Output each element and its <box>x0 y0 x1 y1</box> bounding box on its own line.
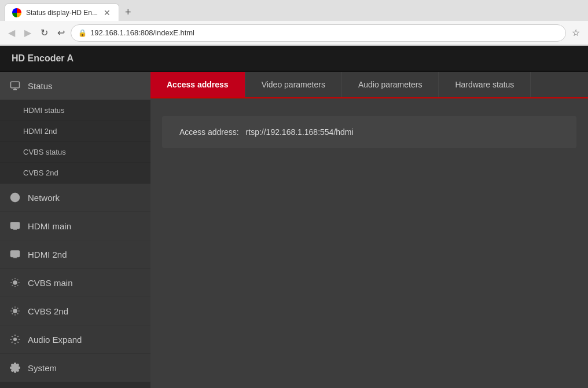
svg-point-11 <box>13 281 17 284</box>
back-button[interactable]: ◀ <box>5 25 19 41</box>
access-address-value: rtsp://192.168.1.168:554/hdmi <box>246 127 354 137</box>
content-area: Access address: rtsp://192.168.1.168:554… <box>150 98 588 388</box>
new-tab-button[interactable]: + <box>122 6 135 19</box>
sidebar-label-cvbs-2nd-main: CVBS 2nd <box>28 306 68 316</box>
tab-video-parameters[interactable]: Video parameters <box>245 72 342 97</box>
sidebar-item-audio-expand[interactable]: Audio Expand <box>0 325 150 354</box>
sidebar-item-hdmi-2nd-main[interactable]: HDMI 2nd <box>0 240 150 269</box>
bookmark-button[interactable]: ☆ <box>568 25 583 41</box>
app-container: HD Encoder A Status HDMI status HDMI 2nd… <box>0 46 588 388</box>
address-bar[interactable]: 🔒 192.168.1.168:808/indexE.html <box>71 24 566 42</box>
home-button[interactable]: ↩ <box>54 25 68 41</box>
svg-rect-5 <box>11 222 20 229</box>
sidebar-item-hdmi-main[interactable]: HDMI main <box>0 212 150 240</box>
sidebar-label-hdmi-2nd-main: HDMI 2nd <box>28 250 67 259</box>
access-address-panel: Access address: rtsp://192.168.1.168:554… <box>162 116 576 148</box>
tab-title: Status display-HD En... <box>26 9 98 17</box>
gear-circle-icon-2 <box>9 305 21 317</box>
sidebar-item-cvbs-2nd[interactable]: CVBS 2nd <box>0 163 150 184</box>
tab-close-button[interactable]: ✕ <box>102 8 112 17</box>
sidebar-item-hdmi-status[interactable]: HDMI status <box>0 100 150 121</box>
sidebar-label-cvbs-status: CVBS status <box>23 148 66 156</box>
svg-rect-0 <box>11 82 20 88</box>
security-icon: 🔒 <box>78 29 87 37</box>
sidebar-label-cvbs-main: CVBS main <box>28 278 73 288</box>
sidebar-item-network[interactable]: Network <box>0 184 150 212</box>
access-address-label: Access address: <box>179 127 239 137</box>
tabs-bar: Access address Video parameters Audio pa… <box>150 72 588 98</box>
globe-icon <box>9 192 21 203</box>
svg-rect-8 <box>11 251 20 257</box>
browser-chrome: Status display-HD En... ✕ + ◀ ▶ ↻ ↩ 🔒 19… <box>0 0 588 46</box>
sidebar-label-cvbs-2nd: CVBS 2nd <box>23 169 58 177</box>
gear-icon <box>9 362 21 374</box>
sidebar: Status HDMI status HDMI 2nd CVBS status … <box>0 72 150 388</box>
sidebar-label-system: System <box>28 363 57 373</box>
monitor-icon <box>9 80 21 91</box>
forward-button[interactable]: ▶ <box>21 25 35 41</box>
tab-audio-parameters[interactable]: Audio parameters <box>342 72 439 97</box>
screen-icon-2 <box>9 248 21 260</box>
sidebar-label-network: Network <box>28 193 60 203</box>
sidebar-item-cvbs-status[interactable]: CVBS status <box>0 142 150 163</box>
svg-point-12 <box>13 309 17 313</box>
browser-tab[interactable]: Status display-HD En... ✕ <box>5 3 119 21</box>
sidebar-item-status[interactable]: Status <box>0 72 150 100</box>
sidebar-item-cvbs-main[interactable]: CVBS main <box>0 269 150 297</box>
sidebar-label-audio-expand: Audio Expand <box>28 335 82 345</box>
app-title: HD Encoder A <box>12 53 74 64</box>
main-content: Access address Video parameters Audio pa… <box>150 72 588 388</box>
sidebar-item-hdmi-2nd[interactable]: HDMI 2nd <box>0 121 150 142</box>
nav-bar: ◀ ▶ ↻ ↩ 🔒 192.168.1.168:808/indexE.html … <box>0 21 588 45</box>
gear-sun-icon <box>9 334 21 345</box>
screen-icon-1 <box>9 220 21 232</box>
sidebar-label-status: Status <box>28 81 53 91</box>
reload-button[interactable]: ↻ <box>37 25 52 41</box>
tab-hardware-status[interactable]: Hardware status <box>439 72 531 97</box>
tab-access-address[interactable]: Access address <box>150 72 245 97</box>
address-text: 192.168.1.168:808/indexE.html <box>90 28 558 37</box>
sidebar-item-cvbs-2nd-main[interactable]: CVBS 2nd <box>0 297 150 325</box>
app-header: HD Encoder A <box>0 46 588 72</box>
sidebar-label-hdmi-status: HDMI status <box>23 106 65 115</box>
app-body: Status HDMI status HDMI 2nd CVBS status … <box>0 72 588 388</box>
tab-bar: Status display-HD En... ✕ + <box>0 0 588 21</box>
sidebar-item-system[interactable]: System <box>0 354 150 382</box>
svg-point-13 <box>14 338 17 341</box>
sidebar-label-hdmi-2nd: HDMI 2nd <box>23 127 57 136</box>
browser-favicon <box>12 8 21 17</box>
gear-circle-icon-1 <box>9 277 21 288</box>
sidebar-label-hdmi-main: HDMI main <box>28 221 71 231</box>
